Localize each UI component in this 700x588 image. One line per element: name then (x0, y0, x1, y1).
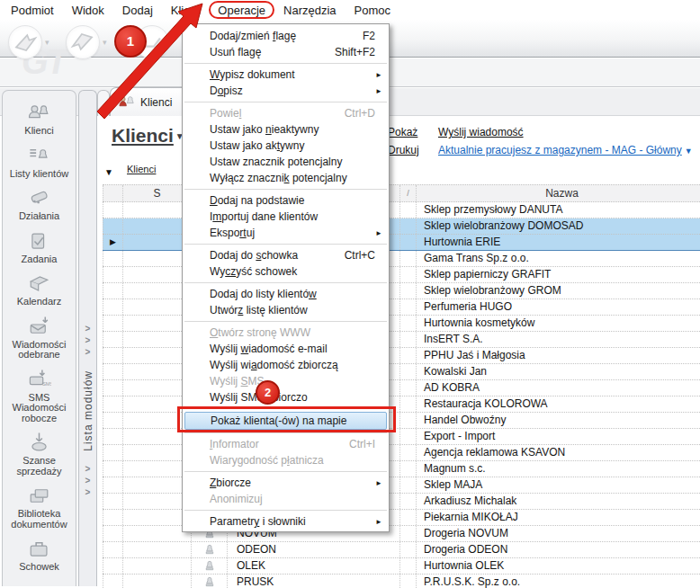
s-cell (122, 332, 191, 347)
page-title[interactable]: Klienci▼ (112, 125, 184, 147)
print-link[interactable]: Drukuj (388, 144, 419, 156)
mini-cell (399, 316, 416, 331)
row-marker-cell (103, 316, 122, 331)
sidebar-item-label: Listy klientów (10, 169, 68, 180)
name-cell: InsERT S.A. (416, 332, 700, 347)
menubar-item-operacje[interactable]: Operacje (209, 2, 274, 19)
menu-item-dodaj-do-listy-klientów[interactable]: Dodaj do listy klientów (183, 286, 389, 302)
menu-item-ustaw-jako-aktywny[interactable]: Ustaw jako aktywny (183, 138, 389, 154)
name-cell: Sklep wielobranżowy DOMOSAD (416, 218, 700, 234)
sidebar-item-label: Działania (19, 211, 59, 222)
menu-shortcut: Ctrl+D (345, 105, 375, 121)
table-row[interactable]: OLEKHurtownia OLEK (103, 558, 700, 575)
s-cell (122, 558, 191, 574)
menu-item-dodaj-do-schowka[interactable]: Dodaj do schowkaCtrl+C (183, 247, 389, 263)
row-marker-cell (103, 251, 122, 266)
column-header-nazwa[interactable]: Nazwa (416, 185, 700, 201)
client-stamp-icon (202, 575, 216, 588)
tab-stub[interactable] (97, 90, 110, 116)
nav-back-button[interactable] (8, 25, 42, 59)
menu-item-wyślij-wiadomość-e-mail[interactable]: Wyślij wiadomość e-mail (183, 341, 389, 357)
table-row[interactable]: ODEONDrogeria ODEON (103, 542, 700, 558)
sidebar-item-label: Kalendarz (17, 297, 62, 307)
sidebar-item-sms-wiadomości-robocze[interactable]: SMSSMS Wiadomości robocze (4, 368, 76, 424)
module-list-collapsed-bar[interactable]: > > > Lista modułów > > > (78, 90, 97, 586)
sidebar-item-wiadomości-odebrane[interactable]: Wiadomości odebrane (4, 315, 76, 361)
menu-item-dodaj-na-podstawie[interactable]: Dodaj na podstawie (183, 192, 389, 209)
table-row[interactable]: PRUSKP.R.U.S.K. Sp.z o.o. (103, 575, 700, 588)
mini-cell (399, 283, 416, 298)
s-cell (122, 542, 191, 557)
menu-item-ustaw-znacznik-potencjalny[interactable]: Ustaw znacznik potencjalny (183, 154, 389, 170)
menu-item-wypisz-dokument[interactable]: Wypisz dokument► (183, 67, 389, 83)
icon-cell (191, 542, 227, 557)
menu-item-dopisz[interactable]: Dopisz► (183, 83, 389, 99)
filter-klienci-link[interactable]: Klienci (127, 164, 156, 174)
chevron-right-icon: > (85, 323, 91, 334)
menu-item-wyślij-sms-zbiorczo[interactable]: Wyślij SMS zbiorczo (183, 389, 389, 405)
nav-forward-caret-icon[interactable]: ▾ (103, 38, 107, 47)
sidebar-item-schowek[interactable]: Schowek (4, 537, 76, 573)
sidebar-item-działania[interactable]: Działania (4, 186, 76, 222)
warehouse-link[interactable]: Aktualnie pracujesz z magazynem - MAG - … (438, 144, 693, 156)
menu-item-wyłącz-znacznik-potencjalny[interactable]: Wyłącz znacznik potencjalny (183, 170, 389, 186)
menu-item-ustaw-jako-nieaktywny[interactable]: Ustaw jako nieaktywny (183, 121, 389, 138)
mini-cell (399, 380, 416, 396)
filter-dropdown-icon[interactable]: ▼ (104, 167, 113, 177)
row-marker-cell (103, 396, 122, 412)
row-marker-cell (103, 218, 122, 234)
row-marker-cell (103, 413, 122, 428)
s-cell (122, 251, 191, 266)
sidebar-item-biblioteka-dokumentów[interactable]: Biblioteka dokumentów (4, 484, 76, 530)
clients-icon (27, 101, 51, 125)
nav-back-caret-icon[interactable]: ▾ (45, 38, 49, 47)
menu-item-eksportuj[interactable]: Eksportuj► (183, 225, 389, 241)
chevron-right-icon: > (85, 346, 91, 358)
menu-item-powiel: PowielCtrl+D (183, 105, 389, 121)
sidebar-item-zadania[interactable]: Zadania (4, 229, 76, 265)
menu-item-utwórz-listę-klientów[interactable]: Utwórz listę klientów (183, 302, 389, 318)
row-marker-cell (103, 477, 122, 493)
column-header-s[interactable]: S (122, 185, 191, 201)
sidebar-item-klienci[interactable]: Klienci (4, 101, 76, 137)
symbol-cell: OLEK (227, 558, 399, 574)
s-cell (122, 575, 191, 588)
nav-forward-button[interactable] (66, 25, 100, 59)
menu-separator (184, 321, 387, 322)
sidebar-item-listy-klientów[interactable]: Listy klientów (4, 144, 76, 180)
sort-icon[interactable]: / (399, 185, 416, 201)
menubar-item-dodaj[interactable]: Dodaj (113, 2, 162, 19)
menu-separator (184, 244, 387, 245)
sidebar-item-kalendarz[interactable]: Kalendarz (4, 272, 76, 307)
menu-item-anonimizuj: Anonimizuj (183, 491, 389, 507)
mini-cell (399, 510, 416, 525)
row-marker-cell (103, 283, 122, 298)
send-message-link[interactable]: Wyślij wiadomość (438, 126, 524, 138)
menu-item-importuj-dane-klientów[interactable]: Importuj dane klientów (183, 209, 389, 225)
row-marker-cell (103, 267, 122, 282)
module-sidebar: KlienciListy klientówDziałaniaZadaniaKal… (2, 90, 76, 586)
name-cell: Hurtownia OLEK (416, 558, 700, 574)
menubar-item-klient[interactable]: Klient (162, 2, 210, 19)
menubar-item-narzędzia[interactable]: Narzędzia (274, 2, 346, 19)
menu-item-zbiorcze[interactable]: Zbiorcze► (183, 475, 389, 491)
menu-item-otwórz-stronę-www: Otwórz stronę WWW (183, 325, 389, 341)
column-header-selector[interactable] (103, 185, 122, 201)
menu-separator (184, 189, 387, 190)
menubar-item-widok[interactable]: Widok (63, 2, 113, 19)
show-link[interactable]: Pokaż (388, 126, 417, 138)
menu-item-usuń-flagę[interactable]: Usuń flagęShift+F2 (183, 44, 389, 60)
menu-separator (184, 63, 387, 64)
sidebar-item-szanse-sprzedaży[interactable]: Szanse sprzedaży (4, 431, 76, 477)
row-marker-cell (103, 526, 122, 541)
menu-item-dodaj-zmień-flagę[interactable]: Dodaj/zmień flagęF2 (183, 28, 389, 44)
menu-item-parametry-i-słowniki[interactable]: Parametry i słowniki► (183, 513, 389, 530)
menu-item-wyczyść-schowek[interactable]: Wyczyść schowek (183, 263, 389, 280)
mini-cell (399, 575, 416, 588)
menubar: PodmiotWidokDodajKlientOperacjeNarzędzia… (0, 0, 700, 20)
menubar-item-pomoc[interactable]: Pomoc (346, 2, 399, 19)
warehouse-dropdown-icon[interactable]: ▼ (685, 147, 693, 156)
menu-item-wyślij-wiadomość-zbiorczą[interactable]: Wyślij wiadomość zbiorczą (183, 357, 389, 373)
menubar-item-podmiot[interactable]: Podmiot (2, 2, 63, 19)
inbox-icon (27, 315, 51, 339)
